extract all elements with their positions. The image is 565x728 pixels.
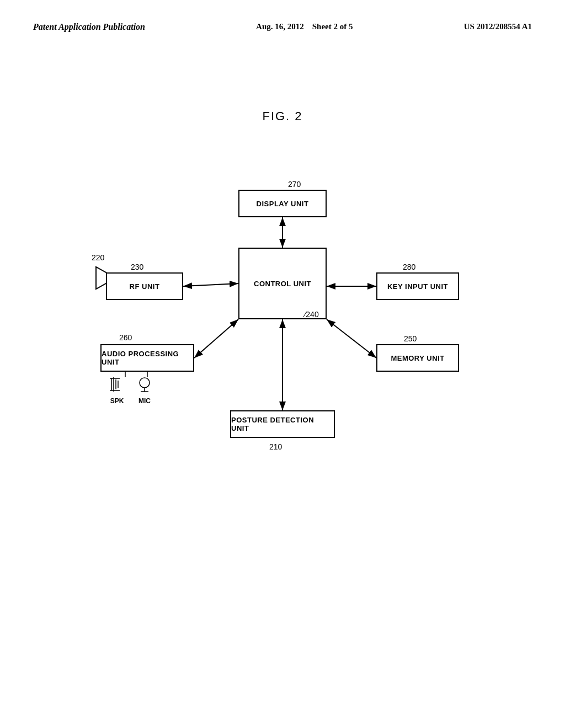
audio-unit-number: 260 [119, 333, 132, 342]
header-date: Aug. 16, 2012 [256, 22, 304, 31]
rf-unit-box: RF UNIT [106, 272, 183, 300]
key-input-unit-box: KEY INPUT UNIT [376, 272, 459, 300]
figure-label: FIG. 2 [0, 109, 565, 124]
header-date-sheet: Aug. 16, 2012 Sheet 2 of 5 [256, 22, 353, 31]
audio-unit-label: AUDIO PROCESSING UNIT [102, 350, 193, 366]
rf-unit-label: RF UNIT [130, 282, 160, 291]
svg-line-7 [194, 319, 238, 358]
spk-label: SPK [109, 397, 125, 405]
spk-icon [109, 376, 125, 394]
audio-unit-box: AUDIO PROCESSING UNIT [100, 344, 194, 372]
posture-unit-box: POSTURE DETECTION UNIT [230, 410, 335, 438]
memory-unit-box: MEMORY UNIT [376, 344, 459, 372]
memory-unit-number: 250 [404, 334, 417, 343]
mic-group: MIC [136, 376, 153, 405]
control-unit-label: CONTROL UNIT [254, 280, 311, 288]
spk-group: SPK [109, 376, 125, 405]
display-unit-label: DISPLAY UNIT [257, 200, 309, 208]
display-unit-box: DISPLAY UNIT [238, 190, 327, 217]
key-input-number: 280 [403, 263, 415, 271]
header-publication-type: Patent Application Publication [33, 22, 145, 32]
header-sheet: Sheet 2 of 5 [312, 22, 353, 31]
diagram: 220 DISPLAY UNIT 270 RF UNIT 230 CONTROL… [89, 157, 476, 477]
posture-unit-label: POSTURE DETECTION UNIT [231, 416, 334, 432]
memory-unit-label: MEMORY UNIT [391, 354, 444, 362]
control-unit-number: ∕240 [305, 310, 319, 319]
svg-line-4 [183, 283, 238, 286]
page-header: Patent Application Publication Aug. 16, … [0, 0, 565, 43]
antenna-number-label: 220 [92, 253, 104, 262]
mic-icon [136, 376, 153, 394]
header-patent-number: US 2012/208554 A1 [464, 22, 532, 31]
control-unit-box: CONTROL UNIT [238, 248, 327, 319]
posture-unit-number: 210 [269, 442, 282, 451]
svg-point-18 [140, 378, 150, 388]
display-unit-number: 270 [288, 180, 301, 189]
svg-line-8 [327, 319, 376, 358]
mic-label: MIC [136, 397, 153, 405]
rf-unit-number: 230 [131, 263, 143, 271]
key-input-unit-label: KEY INPUT UNIT [387, 282, 448, 291]
